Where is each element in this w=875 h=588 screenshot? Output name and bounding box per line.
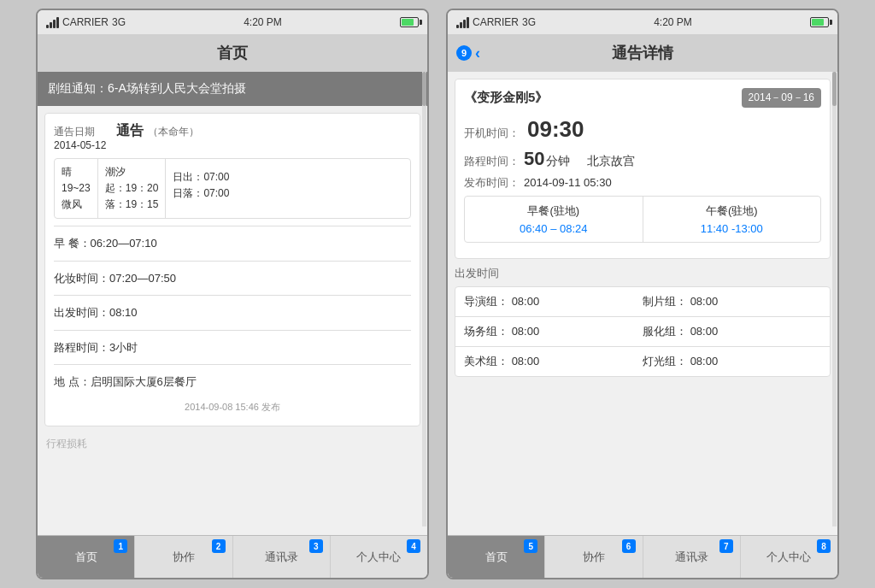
- lunch-time: 11:40 -13:00: [650, 222, 814, 235]
- depart-cell-1-2: 服化组： 08:00: [643, 324, 821, 339]
- nav-bar-left: 首页: [38, 34, 427, 72]
- tab-label-contacts-left: 通讯录: [265, 550, 298, 565]
- notice-date-label: 通告日期: [54, 125, 106, 139]
- tab-profile-left[interactable]: 4 个人中心: [331, 536, 427, 578]
- scroll-thumb-right[interactable]: [832, 72, 837, 106]
- status-right: [400, 17, 419, 27]
- depart-section-label: 出发时间: [455, 266, 831, 281]
- tab-label-contacts-right: 通讯录: [675, 550, 708, 565]
- tab-badge-8: 8: [817, 539, 831, 553]
- tab-badge-6: 6: [622, 539, 636, 553]
- duration-num: 50: [524, 148, 544, 170]
- left-phone: CARRIER 3G 4:20 PM 首页 剧组通知：6-A场转到人民大会堂拍摄…: [36, 9, 429, 579]
- network-label: 3G: [112, 16, 126, 28]
- depart-grid: 导演组： 08:00 制片组： 08:00 场务组： 08:00 服化: [455, 286, 831, 377]
- depart-cell-0-2: 制片组： 08:00: [643, 294, 821, 309]
- notice-subtitle: （本命年）: [148, 126, 199, 138]
- scroll-indicator-right[interactable]: [832, 72, 837, 526]
- location-value: 北京故宫: [587, 154, 635, 169]
- breakfast-label: 早餐(驻地): [472, 203, 636, 219]
- battery-icon-right: [810, 17, 829, 27]
- notice-date-block: 通告日期 2014-05-12: [54, 125, 106, 151]
- status-left-right: CARRIER 3G: [456, 16, 536, 28]
- tab-label-profile-right: 个人中心: [766, 550, 811, 565]
- depart-cell-1-1: 场务组： 08:00: [464, 324, 643, 339]
- depart-cell-2-2: 灯光组： 08:00: [643, 354, 821, 369]
- start-time-label: 开机时间：: [464, 126, 524, 141]
- tab-bar-right: 5 首页 6 协作 7 通讯录 8 个人中心: [448, 535, 837, 578]
- tab-label-collab-right: 协作: [583, 550, 605, 565]
- weather-sun: 日出：07:00日落：07:00: [166, 159, 410, 219]
- depart-time-1-2: 08:00: [690, 325, 719, 338]
- duration-unit: 分钟: [546, 154, 570, 169]
- publish-row: 发布时间： 2014-09-11 05:30: [464, 175, 821, 191]
- tab-contacts-right[interactable]: 7 通讯录: [643, 536, 741, 578]
- time-label: 4:20 PM: [244, 16, 282, 28]
- weather-grid: 晴19~23微风 潮汐起：19：20落：19：15 日出：07:00日落：07:…: [54, 158, 411, 220]
- depart-name-2-2: 灯光组：: [643, 355, 687, 368]
- tab-bar-left: 1 首页 2 协作 3 通讯录 4 个人中心: [38, 535, 427, 578]
- announcement-banner: 剧组通知：6-A场转到人民大会堂拍摄: [38, 72, 427, 106]
- tab-badge-4: 4: [407, 539, 420, 553]
- divider-3: [54, 295, 411, 296]
- signal-icon-right: [456, 16, 469, 28]
- depart-row-2: 美术组： 08:00 灯光组： 08:00: [455, 347, 830, 376]
- depart-time-0-1: 08:00: [512, 295, 540, 308]
- tab-collab-right[interactable]: 6 协作: [545, 536, 643, 578]
- breakfast-info: 早 餐：06:20—07:10: [54, 232, 411, 256]
- breakfast-time: 06:40 – 08:24: [472, 222, 636, 235]
- depart-name-0-1: 导演组：: [464, 295, 508, 308]
- notice-date-value: 2014-05-12: [54, 139, 106, 151]
- depart-time-2-2: 08:00: [690, 355, 719, 368]
- tab-badge-1: 1: [114, 539, 127, 553]
- depart-name-1-2: 服化组：: [643, 325, 687, 338]
- itinerary-hint: 行程损耗: [38, 433, 427, 455]
- tab-collab-left[interactable]: 2 协作: [135, 536, 232, 578]
- tab-home-left[interactable]: 1 首页: [38, 536, 135, 578]
- nav-bar-right: 9 ‹ 通告详情: [448, 34, 837, 72]
- depart-info: 出发时间：08:10: [54, 301, 411, 325]
- depart-name-0-2: 制片组：: [643, 295, 687, 308]
- right-phone: CARRIER 3G 4:20 PM 9 ‹ 通告详情 《变形金刚5》 2014…: [446, 9, 839, 579]
- tab-badge-5: 5: [524, 539, 537, 553]
- depart-name-2-1: 美术组：: [464, 355, 508, 368]
- start-time-row: 开机时间： 09:30: [464, 116, 821, 143]
- divider-2: [54, 261, 411, 262]
- duration-info: 路程时间：3小时: [54, 336, 411, 360]
- tab-label-home-right: 首页: [485, 550, 508, 565]
- status-right-right: [810, 17, 829, 27]
- signal-icon: [46, 16, 59, 28]
- notice-title-block: 通告 （本命年）: [116, 122, 198, 140]
- scroll-indicator-left[interactable]: [422, 72, 426, 526]
- status-bar-left: CARRIER 3G 4:20 PM: [38, 10, 427, 34]
- depart-time-0-2: 08:00: [690, 295, 719, 308]
- banner-text: 剧组通知：6-A场转到人民大会堂拍摄: [48, 81, 246, 95]
- detail-card: 《变形金刚5》 2014－09－16 开机时间： 09:30 路程时间： 50 …: [455, 79, 831, 259]
- tab-contacts-left[interactable]: 3 通讯录: [233, 536, 331, 578]
- tab-profile-right[interactable]: 8 个人中心: [741, 536, 837, 578]
- content-left: 剧组通知：6-A场转到人民大会堂拍摄 通告日期 2014-05-12 通告 （本…: [38, 72, 427, 535]
- duration-row: 路程时间： 50 分钟 北京故宫: [464, 148, 821, 170]
- movie-title: 《变形金刚5》: [464, 90, 548, 106]
- carrier-label: CARRIER: [62, 16, 109, 28]
- status-bar-right: CARRIER 3G 4:20 PM: [448, 10, 837, 34]
- notice-card: 通告日期 2014-05-12 通告 （本命年） 晴19~23微风 潮汐起：19…: [44, 113, 420, 426]
- back-button[interactable]: 9 ‹: [456, 44, 480, 62]
- lunch-label: 午餐(驻地): [650, 203, 814, 219]
- content-right: 《变形金刚5》 2014－09－16 开机时间： 09:30 路程时间： 50 …: [448, 72, 837, 535]
- scroll-thumb-left[interactable]: [422, 72, 426, 106]
- duration-label: 路程时间：: [464, 154, 524, 169]
- tab-home-right[interactable]: 5 首页: [448, 536, 545, 578]
- notice-header: 通告日期 2014-05-12 通告 （本命年）: [54, 122, 411, 151]
- notice-title: 通告: [116, 123, 144, 138]
- depart-section: 出发时间 导演组： 08:00 制片组： 08:00 场务组：: [455, 266, 831, 377]
- divider-5: [54, 364, 411, 365]
- depart-time-2-1: 08:00: [512, 355, 540, 368]
- chevron-left-icon: ‹: [475, 44, 480, 62]
- battery-icon: [400, 17, 419, 27]
- tab-label-home-left: 首页: [75, 550, 97, 565]
- publish-label: 发布时间：: [464, 175, 524, 191]
- divider-4: [54, 330, 411, 331]
- tab-badge-7: 7: [719, 539, 733, 553]
- depart-time-1-1: 08:00: [512, 325, 540, 338]
